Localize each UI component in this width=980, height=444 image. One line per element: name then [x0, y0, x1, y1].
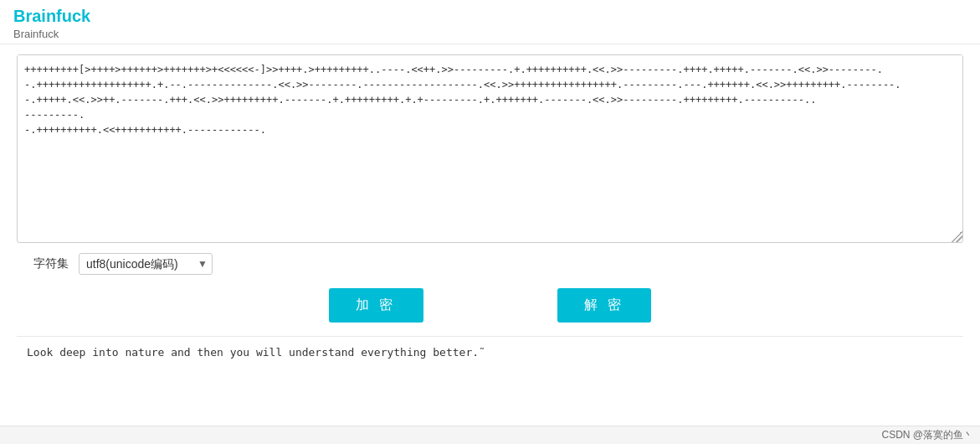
page-header: Brainfuck Brainfuck [0, 0, 980, 44]
charset-select[interactable]: utf8(unicode编码) gbk(国标编码) ascii [79, 253, 213, 275]
resize-handle [951, 230, 962, 242]
result-text: Look deep into nature and then you will … [27, 346, 485, 359]
result-area: Look deep into nature and then you will … [17, 336, 963, 368]
decrypt-button[interactable]: 解 密 [557, 288, 651, 323]
encrypt-button[interactable]: 加 密 [329, 288, 423, 323]
charset-label: 字符集 [33, 256, 69, 271]
breadcrumb: Brainfuck [13, 28, 967, 40]
app: Brainfuck Brainfuck 字符集 utf8(unicode编码) … [0, 0, 980, 444]
footer-watermark: CSDN @落寞的鱼丶 [881, 428, 973, 442]
page-title: Brainfuck [13, 7, 967, 26]
footer-bar: CSDN @落寞的鱼丶 [0, 426, 980, 444]
brainfuck-input[interactable] [18, 55, 962, 240]
main-content: 字符集 utf8(unicode编码) gbk(国标编码) ascii ▼ 加 … [0, 44, 980, 426]
charset-select-wrapper: utf8(unicode编码) gbk(国标编码) ascii ▼ [79, 253, 213, 275]
buttons-row: 加 密 解 密 [17, 288, 963, 323]
options-row: 字符集 utf8(unicode编码) gbk(国标编码) ascii ▼ [17, 253, 963, 275]
code-textarea-wrapper [17, 54, 963, 243]
